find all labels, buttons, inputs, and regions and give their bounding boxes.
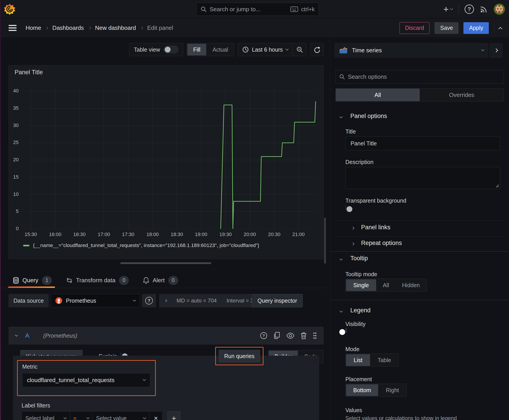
actual-option[interactable]: Actual [207, 43, 234, 56]
add-filter-button[interactable]: + [167, 411, 181, 420]
tab-transform[interactable]: Transform data 0 [66, 273, 129, 288]
refresh-button[interactable] [310, 43, 324, 56]
panel-title[interactable]: Panel Title [15, 69, 43, 76]
panel-links-expand-icon[interactable] [351, 227, 354, 230]
viz-picker[interactable]: Time series [335, 43, 488, 57]
time-range-picker[interactable]: Last 6 hours [238, 43, 293, 56]
tab-query[interactable]: Query 1 [13, 273, 52, 288]
datasource-picker[interactable]: Prometheus [51, 294, 140, 307]
panel-resize-handle[interactable] [120, 262, 211, 264]
plus-icon: + [443, 5, 449, 14]
chevron-right-icon [494, 48, 498, 52]
zoom-out-icon[interactable] [293, 43, 306, 56]
chart-legend[interactable]: {__name__="cloudflared_tunnel_total_requ… [23, 242, 259, 248]
tab-query-count: 1 [42, 276, 52, 285]
panel-options-collapse-icon[interactable] [340, 115, 343, 118]
fill-option[interactable]: Fill [187, 44, 206, 55]
description-textarea[interactable] [345, 167, 500, 189]
transparent-background-toggle[interactable] [345, 205, 346, 210]
drag-handle-icon[interactable] [313, 332, 317, 339]
search-options-input[interactable] [348, 73, 500, 80]
legend-mode-group: List Table [345, 354, 399, 367]
duplicate-query-icon[interactable] [273, 332, 281, 339]
legend-series-name[interactable]: {__name__="cloudflared_tunnel_total_requ… [33, 242, 259, 248]
discard-button[interactable]: Discard [400, 22, 430, 34]
metric-select[interactable]: cloudflared_tunnel_total_requests [22, 373, 150, 387]
user-avatar[interactable] [494, 4, 505, 15]
query-help-icon[interactable]: ? [260, 332, 267, 339]
legend-collapse-icon[interactable] [340, 309, 343, 313]
tab-all[interactable]: All [336, 89, 420, 101]
query-row-header[interactable]: A (Prometheus) ? [8, 327, 324, 345]
divider [336, 236, 503, 237]
y-axis-tick-label: 15 [13, 174, 19, 180]
run-queries-button[interactable]: Run queries [219, 350, 260, 362]
menu-hamburger-icon[interactable] [8, 25, 17, 31]
placement-bottom-option[interactable]: Bottom [346, 384, 378, 396]
editor-tabs: Query 1 Transform data 0 Alert 0 [0, 273, 326, 288]
datasource-value: Prometheus [66, 298, 96, 304]
panel-options-heading[interactable]: Panel options [350, 113, 387, 120]
placement-right-option[interactable]: Right [379, 384, 406, 397]
x-axis-tick-label: 15:30 [24, 232, 37, 237]
remove-filter-button[interactable]: × [150, 411, 162, 420]
legend-heading[interactable]: Legend [350, 307, 371, 314]
breadcrumb-dashboards[interactable]: Dashboards [52, 24, 84, 31]
collapse-query-chevron[interactable] [15, 333, 18, 337]
visibility-toggle[interactable] [346, 328, 346, 332]
delete-query-trash-icon[interactable] [300, 332, 307, 339]
resize-corner-icon [495, 184, 499, 188]
breadcrumb-new-dashboard[interactable]: New dashboard [95, 24, 136, 31]
select-value-dropdown[interactable]: Select value [92, 411, 150, 420]
repeat-options-heading[interactable]: Repeat options [361, 240, 402, 247]
top-nav: ctrl+k + ? [0, 0, 509, 18]
metric-label: Metric [22, 363, 151, 370]
tooltip-heading[interactable]: Tooltip [350, 255, 368, 262]
search-input[interactable] [210, 6, 287, 13]
operator-dropdown[interactable]: = [70, 411, 92, 420]
datasource-help-button[interactable]: ? [142, 294, 156, 307]
tooltip-single-option[interactable]: Single [346, 279, 376, 291]
tooltip-collapse-icon[interactable] [340, 257, 343, 261]
expand-options-chevron[interactable] [164, 299, 167, 302]
legend-table-option[interactable]: Table [371, 354, 398, 366]
divider [458, 4, 459, 14]
collapse-chevron-up-icon[interactable] [498, 27, 502, 31]
table-view-toggle[interactable] [164, 46, 178, 53]
vertical-scrollbar-thumb[interactable] [324, 218, 326, 264]
grafana-logo[interactable] [4, 3, 16, 15]
chevron-down-icon [285, 47, 289, 51]
chevron-down-icon [143, 416, 146, 419]
hide-query-eye-icon[interactable] [286, 333, 295, 338]
search-options-box[interactable] [335, 70, 504, 83]
options-tabs: All Overrides [335, 88, 504, 101]
tooltip-all-option[interactable]: All [377, 279, 395, 292]
add-new-button[interactable]: + [443, 5, 453, 14]
tab-alert[interactable]: Alert 0 [143, 273, 178, 288]
collapse-sidebar-button[interactable] [489, 43, 502, 57]
news-rss-icon[interactable] [480, 5, 488, 13]
apply-button[interactable]: Apply [463, 22, 489, 34]
panel-links-heading[interactable]: Panel links [361, 224, 390, 231]
help-icon[interactable]: ? [464, 5, 474, 14]
svg-text:?: ? [263, 334, 265, 338]
save-button[interactable]: Save [434, 22, 458, 34]
chart-plot-area[interactable] [27, 88, 316, 229]
breadcrumb-home[interactable]: Home [26, 24, 41, 31]
legend-list-option[interactable]: List [346, 354, 370, 366]
x-axis-tick-label: 20:00 [243, 232, 256, 237]
chevron-down-icon [63, 416, 67, 419]
viz-picker-row: Time series [335, 43, 502, 57]
tab-alert-count: 0 [168, 276, 178, 285]
tab-overrides[interactable]: Overrides [420, 89, 504, 101]
tooltip-hidden-option[interactable]: Hidden [395, 279, 426, 292]
global-search[interactable]: ctrl+k [196, 3, 319, 16]
repeat-options-expand-icon[interactable] [351, 242, 354, 246]
select-label-dropdown[interactable]: Select label [22, 411, 70, 420]
query-inspector-button[interactable]: Query inspector [252, 294, 303, 307]
panel-title-input[interactable] [345, 136, 500, 150]
chevron-down-icon [481, 48, 484, 51]
placement-label: Placement [345, 376, 372, 382]
x-axis-tick-label: 16:00 [49, 232, 61, 237]
grafana-edit-panel-screen: ctrl+k + ? [0, 0, 509, 420]
